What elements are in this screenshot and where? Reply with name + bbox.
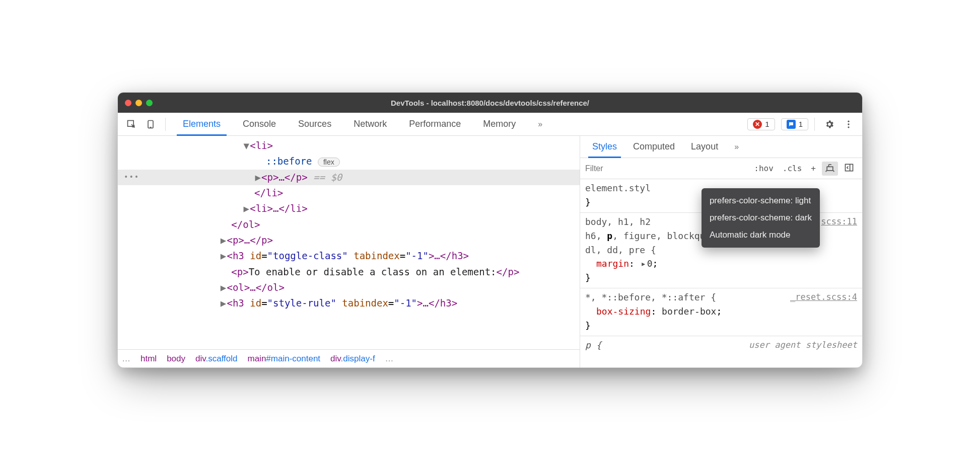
tab-network[interactable]: Network (342, 113, 398, 135)
main-toolbar: Elements Console Sources Network Perform… (118, 113, 862, 136)
source-link[interactable]: scss:11 (821, 215, 857, 228)
styles-panel: Styles Computed Layout » :hov .cls + (580, 136, 862, 367)
crumb-body[interactable]: body (167, 354, 185, 364)
popover-item[interactable]: prefers-color-scheme: light (710, 192, 812, 209)
issues-count-badge[interactable]: 1 (781, 118, 808, 130)
window-minimize-button[interactable] (135, 100, 142, 106)
dom-row[interactable]: ▶<p>…</p> (118, 233, 580, 248)
error-count-badge[interactable]: ✕ 1 (747, 118, 775, 130)
dom-row[interactable]: ▶<h3 id="style-rule" tabindex="-1">…</h3… (118, 295, 580, 311)
style-rule[interactable]: _reset.scss:4*, *::before, *::after { bo… (580, 288, 862, 336)
dom-row[interactable]: ▶<h3 id="toggle-class" tabindex="-1">…</… (118, 248, 580, 264)
panel-tabs: Elements Console Sources Network Perform… (172, 113, 553, 135)
crumb-overflow-right[interactable]: … (385, 354, 394, 364)
svg-point-3 (848, 120, 849, 122)
tab-memory[interactable]: Memory (472, 113, 527, 135)
rendering-emulations-popover: prefers-color-scheme: light prefers-colo… (702, 188, 820, 248)
separator (814, 118, 815, 131)
crumb-html[interactable]: html (141, 354, 157, 364)
dom-row[interactable]: </ol> (118, 217, 580, 233)
dom-row[interactable]: ▶<li>…</li> (118, 201, 580, 216)
tab-console[interactable]: Console (232, 113, 287, 135)
separator (165, 118, 166, 131)
crumb-overflow-left[interactable]: … (122, 354, 130, 364)
crumb-div-scaffold[interactable]: div.scaffold (195, 354, 238, 364)
elements-panel: ▼<li> ::before flex ▶<p>…</p> == $0 </li… (118, 136, 580, 367)
error-icon: ✕ (753, 120, 762, 129)
error-count: 1 (765, 120, 769, 128)
device-toggle-icon[interactable] (142, 116, 159, 133)
issues-icon (787, 120, 796, 129)
breadcrumb[interactable]: … html body div.scaffold main#main-conte… (118, 349, 580, 367)
rendering-emulations-icon[interactable] (822, 162, 838, 176)
dom-row[interactable]: ▶<ol>…</ol> (118, 280, 580, 295)
svg-point-4 (848, 123, 849, 125)
svg-rect-6 (827, 167, 833, 171)
tabs-overflow-icon[interactable]: » (527, 113, 553, 135)
sidebar-tabs: Styles Computed Layout » (580, 136, 862, 158)
traffic-lights (118, 100, 153, 106)
dom-row-selected[interactable]: ▶<p>…</p> == $0 (118, 170, 580, 185)
tab-sources[interactable]: Sources (287, 113, 342, 135)
computed-sidebar-toggle-icon[interactable] (841, 162, 857, 176)
crumb-main[interactable]: main#main-content (248, 354, 321, 364)
window-zoom-button[interactable] (146, 100, 153, 106)
styles-filter-input[interactable] (585, 164, 686, 173)
flex-badge[interactable]: flex (318, 158, 340, 167)
subtab-computed[interactable]: Computed (625, 136, 683, 158)
cls-toggle[interactable]: .cls (780, 163, 805, 174)
devtools-window: DevTools - localhost:8080/docs/devtools/… (117, 92, 863, 368)
tab-elements[interactable]: Elements (172, 113, 232, 135)
styles-filter-bar: :hov .cls + (580, 158, 862, 179)
main-area: ▼<li> ::before flex ▶<p>…</p> == $0 </li… (118, 136, 862, 367)
dom-row[interactable]: ::before flex (118, 154, 580, 169)
subtab-styles[interactable]: Styles (584, 136, 625, 158)
tab-performance[interactable]: Performance (398, 113, 472, 135)
settings-gear-icon[interactable] (821, 116, 838, 133)
titlebar: DevTools - localhost:8080/docs/devtools/… (118, 93, 862, 113)
svg-point-5 (848, 126, 849, 128)
dom-row[interactable]: </li> (118, 185, 580, 201)
new-style-rule-button[interactable]: + (808, 163, 819, 174)
dom-row[interactable]: <p>To enable or disable a class on an el… (118, 264, 580, 280)
subtabs-overflow-icon[interactable]: » (726, 136, 747, 158)
window-close-button[interactable] (125, 100, 131, 106)
style-rule[interactable]: user agent stylesheetp { (580, 336, 862, 355)
kebab-menu-icon[interactable] (840, 116, 857, 133)
inspect-element-icon[interactable] (123, 116, 140, 133)
subtab-layout[interactable]: Layout (683, 136, 726, 158)
dom-row[interactable]: ▼<li> (118, 138, 580, 154)
source-link: user agent stylesheet (749, 338, 857, 351)
crumb-div-display[interactable]: div.display-f (330, 354, 375, 364)
popover-item[interactable]: prefers-color-scheme: dark (710, 209, 812, 226)
issues-count: 1 (799, 120, 803, 128)
dom-tree[interactable]: ▼<li> ::before flex ▶<p>…</p> == $0 </li… (118, 136, 580, 349)
popover-item[interactable]: Automatic dark mode (710, 226, 812, 244)
hov-toggle[interactable]: :hov (751, 163, 777, 174)
window-title: DevTools - localhost:8080/docs/devtools/… (118, 99, 862, 107)
source-link[interactable]: _reset.scss:4 (790, 290, 857, 303)
